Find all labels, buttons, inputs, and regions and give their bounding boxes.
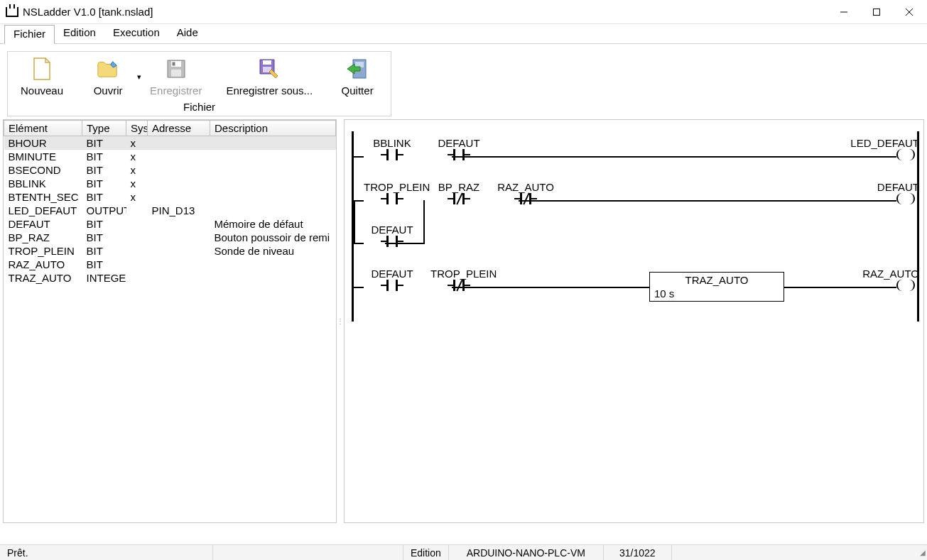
status-ready: Prêt. — [0, 545, 213, 560]
save-button-label: Enregistrer — [150, 84, 202, 97]
document-new-icon — [31, 57, 53, 80]
exit-icon — [346, 57, 369, 80]
func-value: 10 s — [650, 287, 784, 301]
contact-label: DEFAUT — [364, 224, 421, 236]
menu-aide[interactable]: Aide — [168, 24, 207, 43]
open-dropdown[interactable]: ▾ — [134, 57, 144, 96]
table-row[interactable]: BBLINKBITx — [4, 177, 336, 190]
titlebar: NSLadder V1.0 [tank.nslad] — [0, 0, 927, 24]
app-icon — [6, 7, 18, 17]
table-row[interactable]: BSECONDBITx — [4, 163, 336, 177]
save-as-icon — [258, 57, 281, 80]
ribbon-group-label: Fichier — [8, 99, 391, 116]
status-mode: Edition — [403, 545, 449, 560]
status-memory: 31/1022 — [604, 545, 672, 560]
quit-button[interactable]: Quitter — [331, 57, 384, 97]
coil-label: RAZ_AUTO — [848, 268, 919, 280]
window-title: NSLadder V1.0 [tank.nslad] — [23, 6, 828, 18]
save-as-button-label: Enregistrer sous... — [226, 84, 313, 97]
new-button[interactable]: Nouveau — [15, 57, 69, 97]
contact-label: TROP_PLEIN — [364, 181, 421, 193]
coil[interactable]: RAZ_AUTO — [848, 268, 919, 291]
contact-label: BBLINK — [364, 137, 421, 149]
status-bar: Prêt. Edition ARDUINO-NANO-PLC-VM 31/102… — [0, 544, 927, 560]
menu-edition[interactable]: Edition — [55, 24, 104, 43]
splitter[interactable]: ⋮ — [337, 118, 344, 525]
folder-open-icon — [97, 57, 119, 80]
contact[interactable]: BBLINK — [364, 137, 421, 160]
maximize-button[interactable] — [860, 1, 893, 23]
new-button-label: Nouveau — [21, 84, 63, 97]
svg-rect-6 — [172, 62, 175, 66]
coil-label: DEFAUT — [848, 181, 919, 193]
save-icon — [165, 57, 188, 80]
resize-grip[interactable]: ◢ — [917, 549, 927, 556]
col-sys[interactable]: Sys — [126, 121, 148, 136]
contact-label: DEFAUT — [364, 268, 421, 280]
contact-label: BP_RAZ — [430, 181, 487, 193]
contact[interactable]: BP_RAZ — [430, 181, 487, 204]
close-button[interactable] — [893, 1, 926, 23]
col-description[interactable]: Description — [210, 121, 336, 136]
svg-rect-1 — [874, 9, 880, 15]
menu-execution[interactable]: Execution — [104, 24, 168, 43]
ribbon-group-fichier: Nouveau Ouvrir ▾ Enregistrer Enregistrer — [7, 51, 391, 116]
coil[interactable]: LED_DEFAUT — [848, 137, 919, 160]
main-menu: Fichier Edition Execution Aide — [0, 24, 927, 44]
table-row[interactable]: BMINUTEBITx — [4, 150, 336, 163]
minimize-button[interactable] — [828, 1, 860, 23]
table-row[interactable]: BTENTH_SECBITx — [4, 190, 336, 204]
contact-label: RAZ_AUTO — [497, 181, 554, 193]
coil[interactable]: DEFAUT — [848, 181, 919, 204]
status-target: ARDUINO-NANO-PLC-VM — [449, 545, 604, 560]
svg-rect-7 — [263, 60, 271, 65]
table-row[interactable]: BP_RAZBITBouton poussoir de remi — [4, 231, 336, 244]
save-as-button[interactable]: Enregistrer sous... — [220, 57, 318, 97]
table-row[interactable]: LED_DEFAUTOUTPUTPIN_D13 — [4, 204, 336, 217]
ribbon: Nouveau Ouvrir ▾ Enregistrer Enregistrer — [0, 44, 927, 118]
symbol-table-pane: Elément Type Sys Adresse Description BHO… — [3, 119, 337, 523]
contact[interactable]: DEFAUT — [364, 268, 421, 291]
svg-rect-5 — [171, 70, 181, 77]
contact[interactable]: TROP_PLEIN — [364, 181, 421, 204]
coil-label: LED_DEFAUT — [848, 137, 919, 149]
contact-label: DEFAUT — [430, 137, 487, 149]
ladder-pane[interactable]: BBLINKDEFAUTLED_DEFAUTTROP_PLEINBP_RAZRA… — [344, 119, 924, 523]
table-row[interactable]: BHOURBITx — [4, 136, 336, 150]
col-element[interactable]: Elément — [4, 121, 82, 136]
quit-button-label: Quitter — [342, 84, 374, 97]
col-address[interactable]: Adresse — [148, 121, 210, 136]
menu-fichier[interactable]: Fichier — [4, 25, 55, 44]
save-button[interactable]: Enregistrer — [144, 57, 207, 97]
table-row[interactable]: TROP_PLEINBITSonde de niveau — [4, 244, 336, 258]
table-row[interactable]: RAZ_AUTOBIT — [4, 258, 336, 271]
table-row[interactable]: DEFAUTBITMémoire de défaut — [4, 217, 336, 231]
open-button[interactable]: Ouvrir — [82, 57, 134, 97]
symbol-table[interactable]: Elément Type Sys Adresse Description BHO… — [4, 120, 336, 285]
col-type[interactable]: Type — [82, 121, 126, 136]
func-name: TRAZ_AUTO — [650, 273, 784, 287]
table-row[interactable]: TRAZ_AUTOINTEGER — [4, 271, 336, 285]
function-block[interactable]: TRAZ_AUTO10 s — [649, 272, 784, 302]
open-button-label: Ouvrir — [94, 84, 123, 97]
contact-label: TROP_PLEIN — [430, 268, 487, 280]
